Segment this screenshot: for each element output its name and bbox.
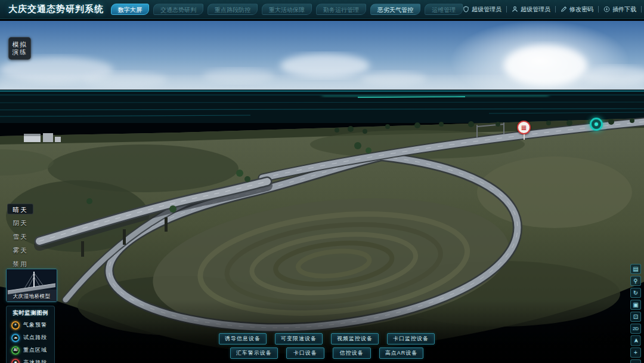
tab-traffic-analysis[interactable]: 交通态势研判 [153,4,203,15]
horizon-grid [0,90,644,123]
simulation-drill-button[interactable]: 模拟 演练 [8,37,31,60]
highway-section-icon: ◉ [11,359,20,363]
screenshot-icon[interactable]: ▣ [630,300,641,310]
device-layer-buttons: 诱导信息设备 可变限速设备 视频监控设备 卡口监控设备 汇车警示设备 卡口设备 … [219,333,435,359]
weather-option-disable[interactable]: 禁用 [7,259,33,269]
user-area: 超级管理员 超级管理员 修改密码 插件下载 [463,5,644,14]
beacon-core [595,122,598,126]
divider [506,6,507,13]
btn-checkpoint-monitor-device[interactable]: 卡口监控设备 [387,333,435,344]
tab-major-event[interactable]: 重大活动保障 [262,4,312,15]
beacon-marker[interactable] [590,118,603,131]
zoom-out-icon[interactable]: − [630,359,641,363]
legend-title: 实时监测图例 [9,309,52,317]
legend-item-weather[interactable]: ☀ 气象预警 [9,319,52,331]
btn-merge-warning-device[interactable]: 汇车警示设备 [230,347,278,359]
tab-key-road-control[interactable]: 重点路段防控 [208,4,258,15]
user-role[interactable]: 超级管理员 [463,5,501,14]
legend-item-highway[interactable]: ◉ 高速路段 [9,356,52,363]
fullscreen-icon[interactable]: ⊡ [630,312,641,322]
app-title: 大庆交通态势研判系统 [8,4,104,15]
nav-tabs: 数字大屏 交通态势研判 重点路段防控 重大活动保障 勤务运行管理 恶劣天气管控 … [111,4,463,15]
divider [641,6,642,13]
sky [0,20,644,101]
weather-option-cloudy[interactable]: 阴天 [7,217,33,228]
weather-option-fog[interactable]: 雾天 [7,245,33,256]
viewport-3d: ▦ 模拟 演练 晴天 阴天 雪天 雾天 禁用 [0,19,644,363]
zoom-in-icon[interactable]: + [630,347,641,358]
user-account[interactable]: 超级管理员 [512,5,550,14]
tab-bad-weather[interactable]: 恶劣天气管控 [370,4,420,15]
tab-ops-management[interactable]: 运维管理 [425,4,463,15]
traffic-dashboard: 大庆交通态势研判系统 数字大屏 交通态势研判 重点路段防控 重大活动保障 勤务运… [0,0,644,363]
legend-panel: 实时监测图例 ☀ 气象预警 ☁ 试点路段 AI 重点区域 ◉ 高速路段 [6,306,55,363]
btn-high-point-ar-device[interactable]: 高点AR设备 [379,347,424,359]
checkpoint-marker[interactable]: ▦ [517,121,531,140]
header-bar: 大庆交通态势研判系统 数字大屏 交通态势研判 重点路段防控 重大活动保障 勤务运… [0,0,644,19]
location-pin-icon[interactable]: ⚲ [630,276,641,286]
weather-selector: 晴天 阴天 雪天 雾天 禁用 [7,204,33,269]
map-toolbar: ▤ ⚲ ↻ ▣ ⊡ 2D ➤ + − [630,264,641,363]
weather-option-snow[interactable]: 雪天 [7,231,33,242]
mode-2d-icon[interactable]: 2D [630,324,641,334]
btn-checkpoint-device[interactable]: 卡口设备 [286,347,324,359]
btn-variable-speed-device[interactable]: 可变限速设备 [275,333,323,344]
pilot-road-icon: ☁ [11,334,20,342]
btn-guidance-info-device[interactable]: 诱导信息设备 [219,333,267,344]
rotate-view-icon[interactable]: ↻ [630,288,641,298]
checkpoint-camera-icon: ▦ [517,121,531,134]
compass-icon[interactable]: ➤ [631,336,641,346]
legend-item-key-area[interactable]: AI 重点区域 [9,344,52,356]
tab-digital-screen[interactable]: 数字大屏 [111,4,149,15]
download-icon [603,6,610,13]
plugin-download-button[interactable]: 插件下载 [603,5,636,14]
divider [598,6,599,13]
change-password-button[interactable]: 修改密码 [561,5,593,14]
weather-option-sunny[interactable]: 晴天 [7,204,33,214]
ai-area-icon: AI [11,346,20,355]
model-thumbnail-card[interactable]: 大庆湿地桥模型 [6,269,57,302]
measure-icon[interactable]: ▤ [630,264,641,274]
legend-item-pilot-road[interactable]: ☁ 试点路段 [9,331,52,344]
pencil-icon [561,6,567,13]
scene-3d-map[interactable] [0,19,644,363]
person-icon [512,6,518,13]
badge-icon [463,6,469,13]
tab-duty-operation[interactable]: 勤务运行管理 [316,4,366,15]
btn-signal-control-device[interactable]: 信控设备 [333,347,371,359]
weather-warning-icon: ☀ [11,321,20,330]
model-label: 大庆湿地桥模型 [7,293,57,300]
divider [555,6,556,13]
btn-video-monitor-device[interactable]: 视频监控设备 [331,333,379,344]
